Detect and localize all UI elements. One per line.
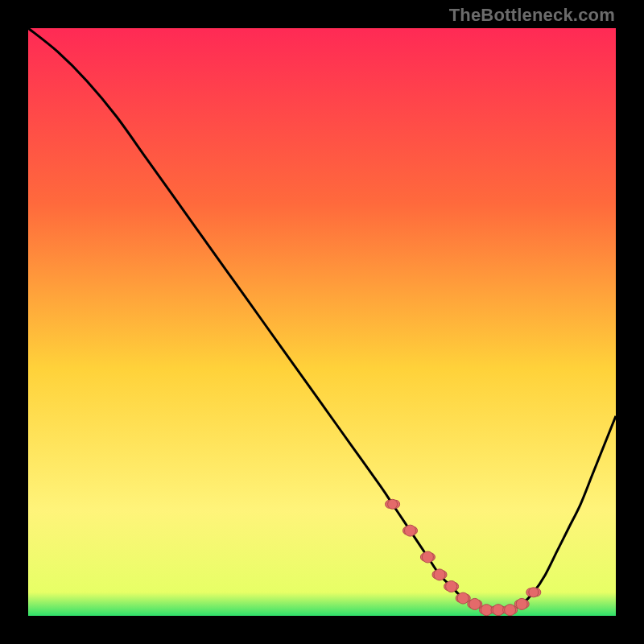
svg-point-11 <box>457 592 469 604</box>
svg-point-1 <box>388 499 398 509</box>
optimal-marker <box>420 551 435 563</box>
svg-point-21 <box>516 598 527 609</box>
optimal-marker <box>386 499 400 509</box>
optimal-marker <box>526 588 541 597</box>
svg-point-7 <box>434 569 445 580</box>
optimal-marker <box>444 581 459 592</box>
svg-point-15 <box>481 605 492 616</box>
svg-point-23 <box>529 588 539 597</box>
svg-point-17 <box>493 605 504 616</box>
optimal-marker <box>514 598 529 609</box>
svg-point-9 <box>446 581 457 592</box>
chart-frame <box>28 28 616 616</box>
optimal-marker <box>403 525 418 536</box>
svg-point-19 <box>505 605 516 616</box>
svg-point-13 <box>469 598 481 609</box>
bottleneck-chart <box>28 28 616 616</box>
watermark-text: TheBottleneck.com <box>449 5 615 26</box>
optimal-marker <box>432 569 447 580</box>
svg-point-3 <box>405 525 416 536</box>
svg-point-5 <box>422 551 433 563</box>
